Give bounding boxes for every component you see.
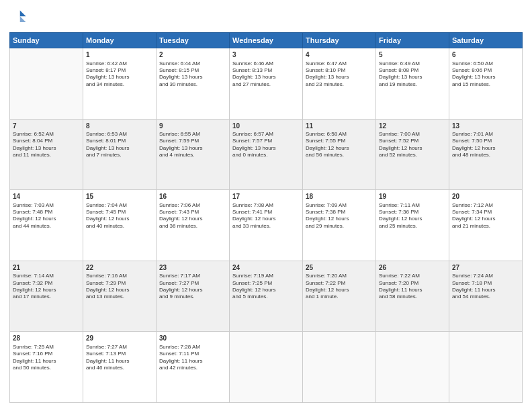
- day-number: 26: [379, 263, 446, 273]
- week-row-5: 28Sunrise: 7:25 AM Sunset: 7:16 PM Dayli…: [10, 332, 523, 403]
- calendar-cell: 12Sunrise: 7:00 AM Sunset: 7:52 PM Dayli…: [376, 119, 449, 190]
- weekday-thursday: Thursday: [303, 33, 376, 48]
- weekday-monday: Monday: [83, 33, 157, 48]
- day-info: Sunrise: 7:22 AM Sunset: 7:20 PM Dayligh…: [379, 273, 446, 301]
- day-info: Sunrise: 7:24 AM Sunset: 7:18 PM Dayligh…: [452, 273, 519, 301]
- day-info: Sunrise: 6:58 AM Sunset: 7:55 PM Dayligh…: [306, 131, 373, 159]
- calendar-cell: 16Sunrise: 7:06 AM Sunset: 7:43 PM Dayli…: [157, 190, 230, 261]
- week-row-1: 1Sunrise: 6:42 AM Sunset: 8:17 PM Daylig…: [10, 48, 523, 120]
- calendar-cell: 18Sunrise: 7:09 AM Sunset: 7:38 PM Dayli…: [303, 190, 376, 261]
- calendar-cell: 15Sunrise: 7:04 AM Sunset: 7:45 PM Dayli…: [83, 190, 157, 261]
- calendar-cell: 10Sunrise: 6:57 AM Sunset: 7:57 PM Dayli…: [230, 119, 303, 190]
- weekday-wednesday: Wednesday: [230, 33, 303, 48]
- day-info: Sunrise: 7:16 AM Sunset: 7:29 PM Dayligh…: [86, 273, 153, 301]
- day-info: Sunrise: 7:01 AM Sunset: 7:50 PM Dayligh…: [452, 131, 519, 159]
- day-number: 14: [13, 192, 80, 201]
- day-info: Sunrise: 7:20 AM Sunset: 7:22 PM Dayligh…: [306, 273, 373, 301]
- day-number: 2: [159, 50, 226, 60]
- week-row-4: 21Sunrise: 7:14 AM Sunset: 7:32 PM Dayli…: [10, 261, 523, 332]
- day-number: 29: [86, 334, 153, 343]
- weekday-tuesday: Tuesday: [157, 33, 230, 48]
- calendar-cell: 20Sunrise: 7:12 AM Sunset: 7:34 PM Dayli…: [449, 190, 523, 261]
- weekday-friday: Friday: [376, 33, 449, 48]
- day-number: 11: [306, 122, 373, 131]
- day-info: Sunrise: 6:52 AM Sunset: 8:04 PM Dayligh…: [13, 131, 80, 159]
- day-number: 3: [232, 50, 300, 60]
- day-info: Sunrise: 7:28 AM Sunset: 7:11 PM Dayligh…: [159, 344, 226, 372]
- day-number: 30: [159, 334, 226, 343]
- day-number: 5: [379, 50, 446, 60]
- weekday-header-row: SundayMondayTuesdayWednesdayThursdayFrid…: [10, 33, 523, 48]
- day-info: Sunrise: 6:55 AM Sunset: 7:59 PM Dayligh…: [159, 131, 226, 159]
- week-row-2: 7Sunrise: 6:52 AM Sunset: 8:04 PM Daylig…: [10, 119, 523, 190]
- day-info: Sunrise: 7:19 AM Sunset: 7:25 PM Dayligh…: [232, 273, 300, 301]
- calendar-cell: 29Sunrise: 7:27 AM Sunset: 7:13 PM Dayli…: [83, 332, 157, 403]
- day-info: Sunrise: 6:44 AM Sunset: 8:15 PM Dayligh…: [159, 60, 226, 89]
- calendar-cell: [303, 332, 376, 403]
- day-info: Sunrise: 6:47 AM Sunset: 8:10 PM Dayligh…: [306, 60, 373, 89]
- day-info: Sunrise: 6:42 AM Sunset: 8:17 PM Dayligh…: [86, 60, 153, 89]
- day-info: Sunrise: 6:50 AM Sunset: 8:06 PM Dayligh…: [452, 60, 519, 89]
- calendar-cell: 13Sunrise: 7:01 AM Sunset: 7:50 PM Dayli…: [449, 119, 523, 190]
- calendar-cell: 2Sunrise: 6:44 AM Sunset: 8:15 PM Daylig…: [157, 48, 230, 120]
- day-info: Sunrise: 7:08 AM Sunset: 7:41 PM Dayligh…: [232, 202, 300, 230]
- calendar-cell: 5Sunrise: 6:49 AM Sunset: 8:08 PM Daylig…: [376, 48, 449, 120]
- day-number: 7: [13, 122, 80, 131]
- calendar-cell: 28Sunrise: 7:25 AM Sunset: 7:16 PM Dayli…: [10, 332, 83, 403]
- calendar-cell: 24Sunrise: 7:19 AM Sunset: 7:25 PM Dayli…: [230, 261, 303, 332]
- day-info: Sunrise: 7:25 AM Sunset: 7:16 PM Dayligh…: [13, 344, 80, 372]
- day-number: 10: [232, 122, 300, 131]
- logo-icon: [9, 8, 28, 27]
- day-info: Sunrise: 7:03 AM Sunset: 7:48 PM Dayligh…: [13, 202, 80, 230]
- calendar-cell: 23Sunrise: 7:17 AM Sunset: 7:27 PM Dayli…: [157, 261, 230, 332]
- day-number: 13: [452, 122, 519, 131]
- calendar-cell: 8Sunrise: 6:53 AM Sunset: 8:01 PM Daylig…: [83, 119, 157, 190]
- calendar-cell: 3Sunrise: 6:46 AM Sunset: 8:13 PM Daylig…: [230, 48, 303, 120]
- calendar-cell: 14Sunrise: 7:03 AM Sunset: 7:48 PM Dayli…: [10, 190, 83, 261]
- calendar-cell: 21Sunrise: 7:14 AM Sunset: 7:32 PM Dayli…: [10, 261, 83, 332]
- calendar-cell: 6Sunrise: 6:50 AM Sunset: 8:06 PM Daylig…: [449, 48, 523, 120]
- calendar-cell: 4Sunrise: 6:47 AM Sunset: 8:10 PM Daylig…: [303, 48, 376, 120]
- day-info: Sunrise: 7:27 AM Sunset: 7:13 PM Dayligh…: [86, 344, 153, 372]
- calendar-cell: 27Sunrise: 7:24 AM Sunset: 7:18 PM Dayli…: [449, 261, 523, 332]
- day-info: Sunrise: 7:14 AM Sunset: 7:32 PM Dayligh…: [13, 273, 80, 301]
- page: SundayMondayTuesdayWednesdayThursdayFrid…: [0, 0, 532, 411]
- calendar-table: SundayMondayTuesdayWednesdayThursdayFrid…: [9, 32, 523, 403]
- calendar-cell: [449, 332, 523, 403]
- day-number: 25: [306, 263, 373, 273]
- day-number: 6: [452, 50, 519, 60]
- calendar-cell: 26Sunrise: 7:22 AM Sunset: 7:20 PM Dayli…: [376, 261, 449, 332]
- day-info: Sunrise: 7:04 AM Sunset: 7:45 PM Dayligh…: [86, 202, 153, 230]
- day-number: 17: [232, 192, 300, 201]
- calendar-cell: 25Sunrise: 7:20 AM Sunset: 7:22 PM Dayli…: [303, 261, 376, 332]
- day-info: Sunrise: 6:57 AM Sunset: 7:57 PM Dayligh…: [232, 131, 300, 159]
- day-info: Sunrise: 7:00 AM Sunset: 7:52 PM Dayligh…: [379, 131, 446, 159]
- svg-marker-1: [20, 16, 26, 22]
- day-number: 24: [232, 263, 300, 273]
- calendar-cell: 9Sunrise: 6:55 AM Sunset: 7:59 PM Daylig…: [157, 119, 230, 190]
- day-info: Sunrise: 7:11 AM Sunset: 7:36 PM Dayligh…: [379, 202, 446, 230]
- week-row-3: 14Sunrise: 7:03 AM Sunset: 7:48 PM Dayli…: [10, 190, 523, 261]
- logo: [9, 8, 31, 27]
- calendar-cell: 1Sunrise: 6:42 AM Sunset: 8:17 PM Daylig…: [83, 48, 157, 120]
- day-info: Sunrise: 6:53 AM Sunset: 8:01 PM Dayligh…: [86, 131, 153, 159]
- day-number: 4: [306, 50, 373, 60]
- header: [9, 8, 523, 27]
- day-number: 23: [159, 263, 226, 273]
- day-number: 15: [86, 192, 153, 201]
- calendar-cell: [10, 48, 83, 120]
- day-info: Sunrise: 7:06 AM Sunset: 7:43 PM Dayligh…: [159, 202, 226, 230]
- calendar-cell: 19Sunrise: 7:11 AM Sunset: 7:36 PM Dayli…: [376, 190, 449, 261]
- day-number: 1: [86, 50, 153, 60]
- day-number: 18: [306, 192, 373, 201]
- day-number: 16: [159, 192, 226, 201]
- day-number: 12: [379, 122, 446, 131]
- day-number: 8: [86, 122, 153, 131]
- day-number: 27: [452, 263, 519, 273]
- calendar-cell: [376, 332, 449, 403]
- day-number: 28: [13, 334, 80, 343]
- calendar-cell: 17Sunrise: 7:08 AM Sunset: 7:41 PM Dayli…: [230, 190, 303, 261]
- day-number: 20: [452, 192, 519, 201]
- day-info: Sunrise: 6:49 AM Sunset: 8:08 PM Dayligh…: [379, 60, 446, 89]
- weekday-sunday: Sunday: [10, 33, 83, 48]
